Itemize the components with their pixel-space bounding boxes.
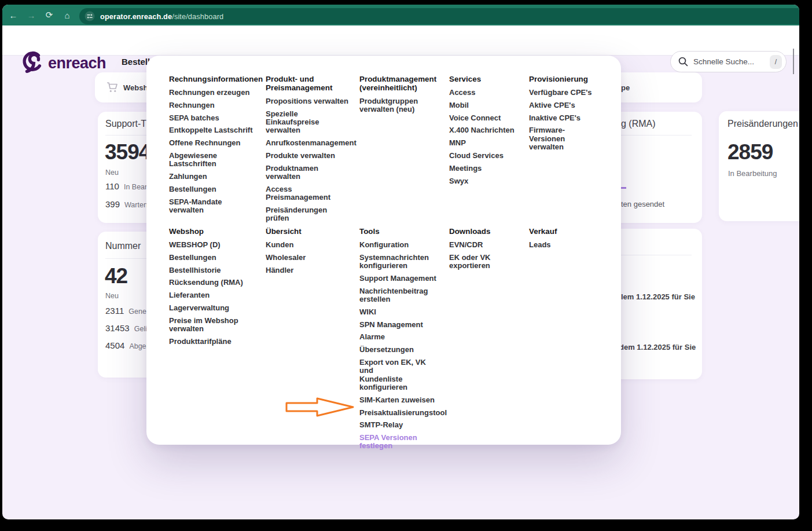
menu-item[interactable]: Inaktive CPE's — [529, 114, 598, 122]
menu-item[interactable]: Leads — [529, 241, 598, 249]
annotation-arrow-icon — [285, 397, 355, 417]
back-icon[interactable]: ← — [8, 10, 19, 20]
menu-item[interactable]: Access — [449, 89, 521, 97]
stat-label: Abgel — [129, 342, 148, 350]
menu-item[interactable]: Rechnungen erzeugen — [169, 89, 258, 97]
menu-item[interactable]: Export von EK, VK und Kundenliste konfig… — [359, 358, 441, 391]
reload-icon[interactable]: ⟳ — [44, 10, 54, 20]
menu-item[interactable]: Verfügbare CPE's — [529, 89, 598, 97]
menu-item[interactable]: Rechnungen — [169, 101, 258, 109]
menu-item[interactable]: EK oder VK exportieren — [449, 254, 521, 270]
search-icon — [678, 57, 688, 67]
menu-item[interactable]: SIM-Karten zuweisen — [359, 396, 441, 404]
header-divider — [793, 49, 794, 74]
menu-section-downloads: Downloads EVN/CDR EK oder VK exportieren — [449, 227, 529, 455]
menu-item[interactable]: SPN Management — [359, 321, 441, 329]
menu-item[interactable]: Mobil — [449, 101, 521, 109]
menu-section-title: Produkt- und Preismanagement — [266, 75, 351, 92]
card-title-fragment: g (RMA) — [621, 119, 656, 129]
menu-item[interactable]: X.400 Nachrichten — [449, 126, 521, 134]
menu-section-provisionierung: Provisionierung Verfügbare CPE's Aktive … — [529, 75, 606, 227]
app-header: enreach Bestellen Management Plattformbe… — [2, 25, 799, 56]
menu-item[interactable]: Zahlungen — [169, 173, 258, 181]
notification-fragment: dem 1.12.2025 für Sie — [619, 343, 696, 351]
menu-item[interactable]: WEBSHOP (D) — [169, 241, 258, 249]
menu-item[interactable]: Produkte verwalten — [266, 152, 351, 160]
stat-big-label: Neu — [105, 292, 119, 300]
menu-item[interactable]: Systemnachrichten konfigurieren — [359, 254, 441, 270]
card-title: Support-Ti — [105, 119, 148, 129]
menu-section-title: Rechnungsinformationen — [169, 75, 258, 83]
menu-item[interactable]: Firmware-Versionen verwalten — [529, 126, 598, 151]
stat-row: 4504 Abgel — [105, 340, 148, 350]
menu-item[interactable]: Swyx — [449, 177, 521, 185]
search-input[interactable] — [693, 57, 765, 66]
price-changes-card[interactable]: Preisänderungen 2859 In Bearbeitung — [719, 111, 799, 221]
menu-item[interactable]: EVN/CDR — [449, 241, 521, 249]
stat-big-number: 2859 — [728, 140, 773, 164]
menu-section-title: Provisionierung — [529, 75, 598, 83]
forward-icon[interactable]: → — [26, 10, 36, 20]
menu-item[interactable]: Bestellungen — [169, 254, 258, 262]
menu-item[interactable]: Voice Connect — [449, 114, 521, 122]
menu-item[interactable]: Preisaktualisierungstool — [359, 409, 441, 417]
menu-item[interactable]: Konfiguration — [359, 241, 441, 249]
menu-section-produkt-preismanagement: Produkt- und Preismanagement Proposition… — [266, 75, 359, 227]
menu-item[interactable]: Nachrichtenbeitrag erstellen — [359, 287, 441, 304]
home-icon[interactable]: ⌂ — [62, 10, 72, 20]
menu-item[interactable]: Rücksendung (RMA) — [169, 279, 258, 287]
menu-item[interactable]: Lagerverwaltung — [169, 304, 258, 312]
menu-section-title: Produktmanagement (vereinheitlicht) — [359, 75, 441, 92]
menu-item[interactable]: Produktgruppen verwalten (neu) — [359, 97, 441, 114]
menu-section-title: Webshop — [169, 227, 258, 236]
menu-item[interactable]: Support Management — [359, 274, 441, 283]
stat-row: 399 Warten — [105, 199, 148, 209]
enreach-logo[interactable]: enreach — [20, 51, 106, 75]
menu-item[interactable]: SMTP-Relay — [359, 421, 441, 429]
menu-item[interactable]: WIKI — [359, 308, 441, 316]
menu-item[interactable]: Bestellungen — [169, 185, 258, 193]
stat-big-number: 42 — [105, 264, 127, 288]
menu-item[interactable]: Bestellhistorie — [169, 266, 258, 274]
menu-item[interactable]: Aktive CPE's — [529, 101, 598, 109]
menu-item[interactable]: Produkttarifpläne — [169, 338, 258, 346]
url[interactable]: operator.enreach.de/site/dashboard — [100, 12, 223, 21]
menu-item[interactable]: Meetings — [449, 164, 521, 173]
stat-label: Warten — [124, 201, 148, 209]
menu-section-title: Verkauf — [529, 227, 598, 236]
menu-item[interactable]: Produktnamen verwalten — [266, 164, 351, 181]
menu-item[interactable]: Cloud Services — [449, 152, 521, 160]
quick-search[interactable]: / — [670, 51, 787, 72]
menu-section-rechnungsinformationen: Rechnungsinformationen Rechnungen erzeug… — [169, 75, 266, 227]
menu-item[interactable]: Händler — [266, 266, 351, 274]
menu-item[interactable]: Preise im Webshop verwalten — [169, 317, 258, 334]
menu-item[interactable]: SEPA-Mandate verwalten — [169, 198, 258, 215]
menu-item[interactable]: Access Preismanagement — [266, 185, 351, 202]
menu-item[interactable]: Preisänderungen prüfen — [266, 206, 351, 223]
menu-item[interactable]: Anrufkostenmanagement — [266, 139, 351, 147]
menu-item[interactable]: Offene Rechnungen — [169, 139, 258, 147]
menu-item[interactable]: Spezielle Einkaufspreise verwalten — [266, 110, 351, 135]
address-bar[interactable]: operator.enreach.de/site/dashboard — [79, 8, 799, 24]
notification-fragment: lem 1.12.2025 für Sie — [621, 292, 695, 301]
logo-wordmark: enreach — [48, 54, 106, 72]
menu-item[interactable]: Lieferanten — [169, 291, 258, 299]
menu-item[interactable]: SEPA batches — [169, 114, 258, 122]
stat-value: 399 — [105, 199, 120, 209]
site-info-icon[interactable] — [84, 11, 95, 21]
cart-icon — [105, 80, 119, 94]
menu-item[interactable]: Übersetzungen — [359, 346, 441, 354]
menu-item[interactable]: Entkoppelte Lastschrift — [169, 126, 258, 134]
enreach-logo-icon — [20, 51, 44, 75]
link-fragment[interactable] — [621, 187, 626, 189]
card-title: Nummer — [105, 241, 141, 251]
banner-right-fragment: pe — [621, 83, 630, 92]
menu-item[interactable]: Alarme — [359, 333, 441, 341]
menu-item-sepa-versionen-festlegen[interactable]: SEPA Versionen festlegen — [359, 434, 441, 451]
menu-item[interactable]: Kunden — [266, 241, 351, 249]
menu-item[interactable]: Abgewiesene Lastschriften — [169, 152, 258, 169]
menu-item[interactable]: MNP — [449, 139, 521, 147]
menu-item[interactable]: Wholesaler — [266, 254, 351, 262]
menu-item[interactable]: Propositions verwalten — [266, 97, 351, 105]
stat-big-number: 3594 — [105, 140, 150, 164]
